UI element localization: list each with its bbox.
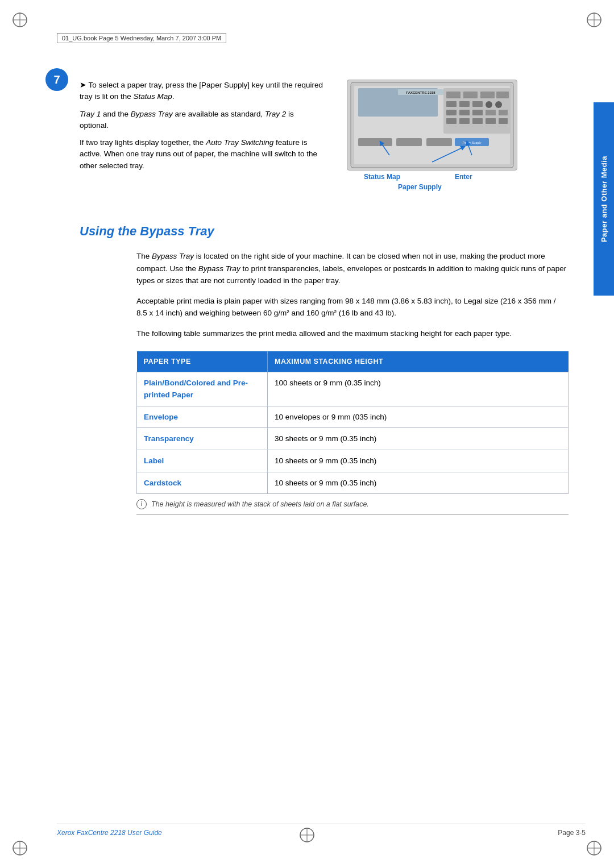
svg-rect-36 <box>459 118 470 124</box>
table-cell-type: Envelope <box>137 406 268 428</box>
table-cell-type: Cardstock <box>137 472 268 494</box>
svg-rect-42 <box>426 138 452 146</box>
bypass-section: Using the Bypass Tray The Bypass Tray is… <box>80 224 569 515</box>
step7-section: ➤ To select a paper tray, press the [Pap… <box>80 80 569 196</box>
footer-left-text: Xerox FaxCentre 2218 User Guide <box>57 829 162 837</box>
svg-rect-34 <box>499 110 508 115</box>
media-table: PAPER TYPE MAXIMUM STACKING HEIGHT Plain… <box>136 351 569 495</box>
step7-para1: ➤ To select a paper tray, press the [Pap… <box>80 80 324 103</box>
table-cell-type: Transparency <box>137 428 268 450</box>
table-cell-height: 100 sheets or 9 mm (0.35 inch) <box>268 372 569 406</box>
svg-rect-38 <box>486 118 496 124</box>
machine-svg: FAXCENTRE 2218 <box>350 81 515 169</box>
svg-rect-30 <box>446 110 457 115</box>
svg-rect-31 <box>459 110 470 115</box>
machine-diagram: FAXCENTRE 2218 <box>347 80 529 196</box>
svg-rect-40 <box>358 138 392 146</box>
svg-rect-29 <box>495 101 502 108</box>
machine-image-box: FAXCENTRE 2218 <box>347 80 517 171</box>
svg-rect-23 <box>480 92 495 98</box>
label-enter: Enter <box>455 173 472 181</box>
step7-para3: If two tray lights display together, the… <box>80 137 324 172</box>
page-footer: Xerox FaxCentre 2218 User Guide Page 3-5 <box>57 824 586 837</box>
table-cell-height: 10 sheets or 9 mm (0.35 inch) <box>268 450 569 472</box>
table-cell-type: Label <box>137 450 268 472</box>
table-row: Transparency30 sheets or 9 mm (0.35 inch… <box>137 428 569 450</box>
step7-para2: Tray 1 and the Bypass Tray are available… <box>80 109 324 132</box>
table-cell-height: 30 sheets or 9 mm (0.35 inch) <box>268 428 569 450</box>
step7-text: ➤ To select a paper tray, press the [Pap… <box>80 80 324 196</box>
note-divider <box>136 514 569 515</box>
note-text: The height is measured with the stack of… <box>151 499 369 510</box>
svg-rect-22 <box>463 92 478 98</box>
table-cell-type: Plain/Bond/Colored and Pre-printed Paper <box>137 372 268 406</box>
table-row: Envelope10 envelopes or 9 mm (035 inch) <box>137 406 569 428</box>
svg-rect-28 <box>486 101 492 108</box>
bypass-body: The Bypass Tray is located on the right … <box>136 250 569 515</box>
table-header-type: PAPER TYPE <box>137 351 268 372</box>
svg-rect-25 <box>446 101 457 107</box>
svg-rect-37 <box>472 118 483 124</box>
bypass-para2: Acceptable print media is plain paper wi… <box>136 295 569 319</box>
table-note: i The height is measured with the stack … <box>136 499 569 510</box>
info-icon: i <box>136 499 147 509</box>
table-row: Label10 sheets or 9 mm (0.35 inch) <box>137 450 569 472</box>
table-row: Cardstock10 sheets or 9 mm (0.35 inch) <box>137 472 569 494</box>
svg-rect-41 <box>396 138 422 146</box>
svg-rect-39 <box>499 118 508 124</box>
diagram-labels: Status Map Enter Paper Supply <box>347 173 517 196</box>
svg-rect-21 <box>446 92 460 98</box>
svg-rect-35 <box>446 118 457 124</box>
table-header-height: MAXIMUM STACKING HEIGHT <box>268 351 569 372</box>
svg-rect-33 <box>486 110 496 115</box>
table-row: Plain/Bond/Colored and Pre-printed Paper… <box>137 372 569 406</box>
svg-rect-26 <box>459 101 470 107</box>
svg-text:FAXCENTRE 2218: FAXCENTRE 2218 <box>406 91 435 94</box>
table-cell-height: 10 sheets or 9 mm (0.35 inch) <box>268 472 569 494</box>
svg-rect-32 <box>472 110 483 115</box>
svg-rect-27 <box>472 101 483 107</box>
label-status-map: Status Map <box>364 173 400 181</box>
bypass-para3: The following table summarizes the print… <box>136 327 569 340</box>
svg-text:Paper Supply: Paper Supply <box>462 141 481 144</box>
svg-rect-24 <box>496 92 509 98</box>
bypass-para1: The Bypass Tray is located on the right … <box>136 250 569 287</box>
bypass-heading: Using the Bypass Tray <box>80 224 569 239</box>
footer-right-text: Page 3-5 <box>558 829 586 837</box>
label-paper-supply: Paper Supply <box>398 183 442 191</box>
table-cell-height: 10 envelopes or 9 mm (035 inch) <box>268 406 569 428</box>
